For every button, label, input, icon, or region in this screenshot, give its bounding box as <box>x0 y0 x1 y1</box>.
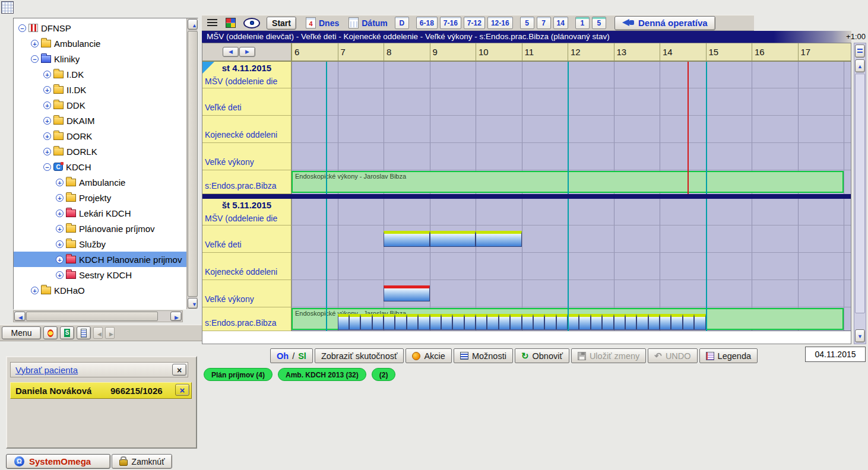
color-palette-icon[interactable] <box>223 16 238 30</box>
expander-icon[interactable]: − <box>31 55 39 63</box>
expander-icon[interactable]: + <box>31 287 39 294</box>
row-label-cell[interactable]: Veľké deti <box>202 88 291 116</box>
actions-button[interactable]: Akcie <box>406 348 451 363</box>
menu-back-button[interactable]: ◀ <box>93 327 103 339</box>
endoscopy-slot[interactable] <box>568 314 579 330</box>
expander-icon[interactable]: + <box>56 240 64 248</box>
endoscopy-slot[interactable] <box>441 314 452 330</box>
scroll-down-button[interactable] <box>188 298 198 309</box>
endoscopy-slot[interactable] <box>648 314 660 330</box>
endoscopy-slot[interactable] <box>464 314 476 330</box>
tree-hscrollbar-thumb[interactable] <box>26 312 158 321</box>
tree-item[interactable]: −CKDCH <box>14 159 186 174</box>
endoscopy-slot[interactable] <box>533 314 544 330</box>
endoscopy-slot[interactable] <box>384 314 395 330</box>
endoscopy-slot[interactable] <box>671 314 682 330</box>
tree-item[interactable]: +DORK <box>14 128 186 144</box>
row-label-cell[interactable]: Veľké výkony <box>202 280 291 307</box>
lock-button[interactable]: Zamknúť <box>112 454 172 469</box>
current-date-field[interactable]: 04.11.2015 <box>805 347 866 362</box>
options-button[interactable]: Možnosti <box>454 348 513 363</box>
expander-icon[interactable]: + <box>43 101 51 109</box>
expander-icon[interactable]: − <box>43 163 51 171</box>
endoscopy-slot[interactable] <box>636 314 648 330</box>
endoscopy-slot[interactable] <box>476 314 487 330</box>
expander-icon[interactable]: + <box>56 179 64 186</box>
filter-pill[interactable]: Plán príjmov (4) <box>204 368 273 381</box>
span-button[interactable]: 7 <box>537 17 551 29</box>
endoscopy-slot[interactable] <box>372 314 384 330</box>
tree-item[interactable]: +Plánovanie príjmov <box>14 221 186 236</box>
row-label-cell[interactable]: Kojenecké oddeleni <box>202 116 291 143</box>
day-header-cell[interactable]: št 5.11.2015MŠV (oddelenie die <box>202 199 291 226</box>
expander-icon[interactable]: + <box>31 40 39 47</box>
endoscopy-slot[interactable] <box>579 314 590 330</box>
endoscopy-slot[interactable] <box>338 314 349 330</box>
range-button[interactable]: 6-18 <box>416 17 438 29</box>
endoscopy-slot[interactable] <box>625 314 636 330</box>
extra-button[interactable]: 1 <box>575 17 590 29</box>
row-label-cell[interactable]: Veľké deti <box>202 226 291 253</box>
grid-scroll-up-button[interactable] <box>855 59 865 72</box>
endoscopy-slot[interactable] <box>591 314 602 330</box>
s-module-icon[interactable] <box>60 326 74 339</box>
tree-item[interactable]: +Služby <box>14 236 186 252</box>
span-button[interactable]: 5 <box>520 17 534 29</box>
tree-item[interactable]: +Ambulancie <box>14 36 186 51</box>
expander-icon[interactable]: − <box>18 24 26 32</box>
expander-icon[interactable]: + <box>56 225 64 233</box>
endoscopy-slot[interactable] <box>694 314 705 330</box>
endoscopy-slot[interactable] <box>556 314 568 330</box>
range-button[interactable]: 7-16 <box>440 17 461 29</box>
expander-icon[interactable]: + <box>56 209 64 217</box>
grid-vertical-scrollbar[interactable] <box>854 43 866 344</box>
endoscopy-slot[interactable] <box>430 314 441 330</box>
filter-pill[interactable]: (2) <box>372 368 396 381</box>
range-button[interactable]: 12-16 <box>487 17 513 29</box>
eye-icon[interactable] <box>242 16 262 30</box>
endoscopy-slot[interactable] <box>407 314 418 330</box>
today-button[interactable]: 4 Dnes <box>306 17 339 28</box>
endoscopy-slot[interactable] <box>349 314 360 330</box>
endoscopy-slot[interactable] <box>395 314 406 330</box>
tree-item[interactable]: +I.DK <box>14 66 186 82</box>
endoscopy-slot[interactable] <box>418 314 429 330</box>
expander-icon[interactable]: + <box>43 86 51 94</box>
scroll-right-button[interactable] <box>170 312 182 321</box>
refresh-button[interactable]: Obnoviť <box>515 348 569 363</box>
tree-item[interactable]: +Projekty <box>14 190 186 205</box>
scroll-up-button[interactable] <box>188 19 198 30</box>
pick-date-button[interactable]: Dátum <box>349 17 388 28</box>
menu-button[interactable]: Menu <box>2 326 41 339</box>
expander-icon[interactable]: + <box>43 148 51 155</box>
endoscopy-slot[interactable] <box>360 314 372 330</box>
window-grid-icon[interactable] <box>1 1 14 14</box>
expander-icon[interactable]: + <box>43 132 51 140</box>
list-module-icon[interactable] <box>77 326 91 339</box>
endoscopy-slot[interactable] <box>614 314 625 330</box>
row-label-cell[interactable]: Kojenecké oddeleni <box>202 253 291 280</box>
clear-selection-button[interactable] <box>172 364 186 376</box>
legend-button[interactable]: Legenda <box>699 348 758 363</box>
grid-scroll-down-button[interactable] <box>855 329 865 342</box>
expander-icon[interactable]: + <box>56 271 64 279</box>
endoscopy-slot[interactable] <box>510 314 521 330</box>
select-patient-link[interactable]: Vybrať pacienta <box>15 365 78 375</box>
tree-item[interactable]: +Ambulancie <box>14 174 186 190</box>
tree-item[interactable]: +DKAIM <box>14 113 186 128</box>
grid-scrollbar-thumb[interactable] <box>855 74 865 313</box>
tree-item[interactable]: +KDCH Planovanie prijmov <box>14 252 186 267</box>
tree-item[interactable]: −DFNSP <box>14 20 186 36</box>
surgery-slot[interactable] <box>384 285 430 301</box>
expander-icon[interactable]: + <box>43 71 51 78</box>
tree-item[interactable]: +KDHaO <box>14 282 186 298</box>
row-label-cell[interactable]: Veľké výkony <box>202 143 291 170</box>
filter-pill[interactable]: Amb. KDCH 2013 (32) <box>278 368 366 381</box>
start-button[interactable]: Start <box>267 17 296 30</box>
span-button[interactable]: 14 <box>553 17 568 29</box>
scroll-left-button[interactable] <box>14 312 26 321</box>
menu-forward-button[interactable]: ▶ <box>105 327 115 339</box>
tree-horizontal-scrollbar[interactable] <box>13 310 183 322</box>
expander-icon[interactable]: + <box>43 117 51 125</box>
system-omega-button[interactable]: SystemOmega <box>6 454 110 469</box>
